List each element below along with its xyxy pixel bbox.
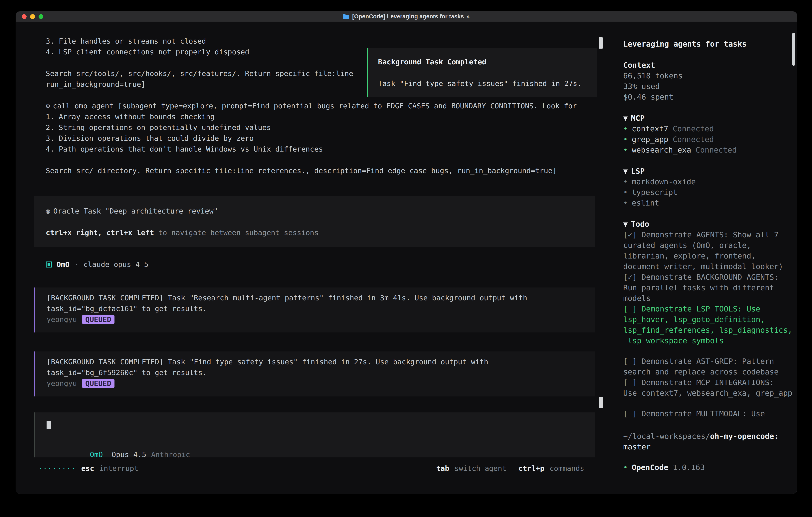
bullet-icon: • [623, 463, 628, 472]
hint-text: to navigate between subagent sessions [154, 228, 319, 237]
blank-line [623, 155, 793, 166]
lsp-heading: LSP [631, 167, 645, 175]
lsp-item: •markdown-oxide [623, 176, 793, 187]
lsp-section-toggle[interactable]: ▼LSP [623, 166, 793, 176]
lsp-item: •eslint [623, 198, 793, 208]
checkbox-empty-icon: [ ] [623, 378, 637, 387]
esc-key-hint: esc [81, 463, 94, 474]
todo-item: [✓] Demonstrate BACKGROUND AGENTS: Run p… [623, 272, 793, 304]
agent-model: claude-opus-4-5 [84, 259, 148, 270]
agent-name: OmO [57, 259, 69, 270]
scrollbar-thumb[interactable] [599, 397, 603, 408]
task-message-line: task_id="bg_6f59260c" to get results. [35, 367, 587, 378]
prompt-input[interactable]: OmOOpus 4.5Anthropic [34, 412, 595, 457]
task-message-meta: yeongyuQUEUED [35, 378, 587, 389]
checkbox-checked-icon: [✓] [623, 273, 637, 281]
input-provider-name: Anthropic [151, 451, 190, 459]
bullet-icon: • [623, 135, 628, 144]
todo-item: [✓] Demonstrate AGENTS: Show all 7 curat… [623, 229, 793, 272]
folder-icon [343, 14, 349, 19]
terminal-line: 1. Array access without bounds checking [34, 111, 595, 122]
bullet-icon: • [623, 145, 628, 154]
mcp-section-toggle[interactable]: ▼MCP [623, 113, 793, 124]
spinner-dots-icon: ········ [38, 463, 76, 474]
terminal-line: Search src/ directory. Return specific f… [34, 165, 595, 176]
window-title: [OpenCode] Leveraging agents for tasks ◐ [343, 13, 470, 20]
version-number: 1.0.163 [673, 463, 705, 472]
session-title: Leveraging agents for tasks [623, 39, 793, 49]
todo-text: Demonstrate AGENTS: Show all 7 curated a… [623, 230, 783, 271]
scrollbar-thumb[interactable] [599, 37, 603, 49]
background-task-toast: Background Task Completed Task "Find typ… [367, 48, 597, 98]
blank-line [34, 217, 584, 227]
tab-key-hint: tab [436, 463, 449, 474]
input-cursor-line [35, 419, 595, 430]
esc-key-label: interrupt [99, 463, 138, 474]
window-title-text: [OpenCode] Leveraging agents for tasks [352, 13, 464, 20]
toast-body: Task "Find type safety issues" finished … [378, 78, 587, 89]
mcp-name: websearch_exa [632, 145, 691, 154]
mcp-heading: MCP [631, 114, 645, 123]
bullet-icon: • [623, 198, 628, 207]
record-icon: ◉ [46, 207, 50, 215]
terminal-pane: Background Task Completed Task "Find typ… [16, 22, 599, 494]
navigation-hint: ctrl+x right, ctrl+x left to navigate be… [34, 227, 584, 238]
todo-item: [ ] Demonstrate MCP INTEGRATIONS: Use co… [623, 377, 793, 399]
background-task-message: [BACKGROUND TASK COMPLETED] Task "Resear… [34, 288, 595, 332]
workspace-repo: oh-my-opencode: [710, 432, 779, 441]
sidebar: Leveraging agents for tasks Context 66,5… [603, 22, 797, 494]
titlebar: [OpenCode] Leveraging agents for tasks ◐ [16, 11, 797, 22]
bullet-icon: • [623, 177, 628, 186]
sidebar-scrollbar-thumb[interactable] [792, 33, 795, 66]
close-button[interactable] [22, 14, 27, 19]
mcp-item: •websearch_exaConnected [623, 145, 793, 155]
lsp-item: •typescript [623, 187, 793, 198]
workspace-dir: ~/local-workspaces/ [623, 432, 710, 441]
minimize-button[interactable] [30, 14, 35, 19]
agent-header: OmO · claude-opus-4-5 [34, 259, 595, 270]
bullet-icon: • [623, 124, 628, 133]
blank-line [623, 49, 793, 60]
checkbox-empty-icon: [ ] [623, 409, 637, 418]
blank-line [623, 208, 793, 219]
agent-icon [46, 262, 52, 268]
oracle-task-panel: ◉Oracle Task "Deep architecture review" … [34, 196, 595, 247]
terminal-window: [OpenCode] Leveraging agents for tasks ◐… [16, 11, 797, 494]
user-name: yeongyu [47, 379, 77, 387]
input-agent-name: OmO [90, 451, 103, 459]
blank-line [34, 155, 595, 165]
status-bar: ········ esc interrupt tab switch agent … [34, 463, 595, 474]
status-left: ········ esc interrupt [38, 463, 139, 474]
tool-call-text: call_omo_agent [subagent_type=explore, p… [53, 102, 577, 110]
checkbox-empty-icon: [ ] [623, 357, 637, 366]
tool-call-line: ⚙call_omo_agent [subagent_type=explore, … [34, 101, 595, 111]
mcp-item: •grep_appConnected [623, 134, 793, 145]
main-scrollbar [599, 22, 603, 494]
todo-text: Demonstrate MULTIMODAL: Use [637, 409, 765, 418]
context-used: 33% used [623, 81, 793, 92]
todo-item: [ ] Demonstrate AST-GREP: Pattern search… [623, 356, 793, 377]
task-message-line: task_id="bg_dcfac161" to get results. [35, 303, 587, 314]
zoom-button[interactable] [38, 14, 44, 19]
mcp-item: •context7Connected [623, 124, 793, 134]
context-heading: Context [623, 60, 793, 71]
todo-text: Demonstrate MCP INTEGRATIONS: Use contex… [623, 378, 792, 398]
background-task-message: [BACKGROUND TASK COMPLETED] Task "Find t… [34, 351, 595, 397]
todo-section-toggle[interactable]: ▼Todo [623, 219, 793, 229]
todo-heading: Todo [631, 220, 649, 228]
terminal-line: 2. String operations on potentially unde… [34, 122, 595, 133]
queued-badge: QUEUED [82, 315, 115, 324]
task-message-meta: yeongyuQUEUED [35, 314, 587, 325]
separator-dot: · [74, 259, 79, 270]
mcp-name: grep_app [632, 135, 668, 144]
session-progress-icon: ◐ [467, 13, 470, 20]
lsp-name: eslint [632, 198, 659, 207]
checkbox-empty-icon: [ ] [623, 304, 637, 313]
mcp-status: Connected [673, 124, 714, 133]
window-content: Background Task Completed Task "Find typ… [16, 22, 797, 494]
bullet-icon: • [623, 188, 628, 197]
task-message-line: [BACKGROUND TASK COMPLETED] Task "Resear… [35, 293, 587, 303]
traffic-lights [16, 14, 44, 19]
chevron-down-icon: ▼ [623, 167, 628, 175]
context-tokens: 66,518 tokens [623, 71, 793, 81]
